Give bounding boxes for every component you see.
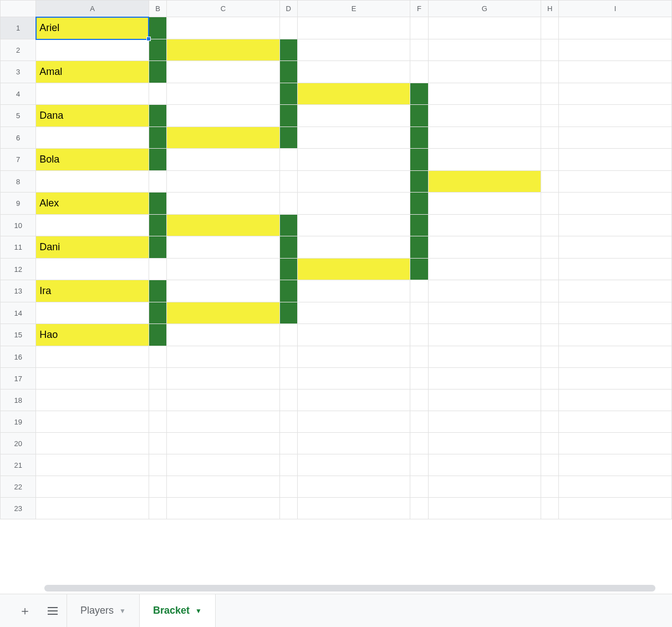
cell-G8[interactable] xyxy=(428,171,541,193)
column-header-G[interactable]: G xyxy=(428,1,541,17)
cell-G15[interactable] xyxy=(428,324,541,346)
cell-B13[interactable] xyxy=(149,280,166,302)
cell-B7[interactable] xyxy=(149,149,166,171)
cell-I7[interactable] xyxy=(559,149,672,171)
cell-A20[interactable] xyxy=(36,433,149,454)
cell-B19[interactable] xyxy=(149,411,166,433)
cell-I6[interactable] xyxy=(559,127,672,149)
cell-C13[interactable] xyxy=(167,280,280,302)
cell-A2[interactable] xyxy=(36,39,149,61)
cell-H10[interactable] xyxy=(541,215,559,236)
cell-I13[interactable] xyxy=(559,280,672,302)
cell-F17[interactable] xyxy=(410,368,428,390)
cell-G1[interactable] xyxy=(428,17,541,39)
cell-E17[interactable] xyxy=(297,368,410,390)
select-all-corner[interactable] xyxy=(1,1,36,17)
row-header-5[interactable]: 5 xyxy=(1,105,36,127)
row-header-10[interactable]: 10 xyxy=(1,215,36,236)
cell-B6[interactable] xyxy=(149,127,166,149)
cell-D20[interactable] xyxy=(279,433,297,454)
cell-C2[interactable] xyxy=(167,39,280,61)
cell-I19[interactable] xyxy=(559,411,672,433)
cell-I4[interactable] xyxy=(559,83,672,105)
cell-B10[interactable] xyxy=(149,215,166,236)
cell-F7[interactable] xyxy=(410,149,428,171)
cell-F16[interactable] xyxy=(410,346,428,368)
cell-G18[interactable] xyxy=(428,390,541,411)
cell-I1[interactable] xyxy=(559,17,672,39)
cell-A14[interactable] xyxy=(36,302,149,324)
cell-I8[interactable] xyxy=(559,171,672,193)
chevron-down-icon[interactable]: ▼ xyxy=(195,607,202,615)
cell-I9[interactable] xyxy=(559,193,672,215)
cell-C8[interactable] xyxy=(167,171,280,193)
cell-C12[interactable] xyxy=(167,259,280,280)
cell-D21[interactable] xyxy=(279,454,297,476)
cell-F6[interactable] xyxy=(410,127,428,149)
cell-E13[interactable] xyxy=(297,280,410,302)
column-header-H[interactable]: H xyxy=(541,1,559,17)
cell-F19[interactable] xyxy=(410,411,428,433)
cell-G5[interactable] xyxy=(428,105,541,127)
cell-C14[interactable] xyxy=(167,302,280,324)
cell-H14[interactable] xyxy=(541,302,559,324)
cell-A17[interactable] xyxy=(36,368,149,390)
cell-C5[interactable] xyxy=(167,105,280,127)
cell-H5[interactable] xyxy=(541,105,559,127)
cell-E11[interactable] xyxy=(297,236,410,259)
cell-C16[interactable] xyxy=(167,346,280,368)
cell-B1[interactable] xyxy=(149,17,166,39)
row-header-13[interactable]: 13 xyxy=(1,280,36,302)
cell-C20[interactable] xyxy=(167,433,280,454)
cell-E15[interactable] xyxy=(297,324,410,346)
cell-C21[interactable] xyxy=(167,454,280,476)
sheet-tab-bracket[interactable]: Bracket▼ xyxy=(140,594,216,627)
cell-D5[interactable] xyxy=(279,105,297,127)
cell-G21[interactable] xyxy=(428,454,541,476)
cell-H15[interactable] xyxy=(541,324,559,346)
cell-H9[interactable] xyxy=(541,193,559,215)
cell-B18[interactable] xyxy=(149,390,166,411)
cell-H3[interactable] xyxy=(541,61,559,83)
row-header-11[interactable]: 11 xyxy=(1,236,36,259)
row-header-19[interactable]: 19 xyxy=(1,411,36,433)
row-header-6[interactable]: 6 xyxy=(1,127,36,149)
cell-I5[interactable] xyxy=(559,105,672,127)
column-header-C[interactable]: C xyxy=(167,1,280,17)
cell-B8[interactable] xyxy=(149,171,166,193)
cell-E5[interactable] xyxy=(297,105,410,127)
cell-A10[interactable] xyxy=(36,215,149,236)
cell-C6[interactable] xyxy=(167,127,280,149)
cell-E4[interactable] xyxy=(297,83,410,105)
cell-D19[interactable] xyxy=(279,411,297,433)
row-header-1[interactable]: 1 xyxy=(1,17,36,39)
row-header-23[interactable]: 23 xyxy=(1,498,36,519)
cell-F22[interactable] xyxy=(410,476,428,498)
cell-E10[interactable] xyxy=(297,215,410,236)
column-header-I[interactable]: I xyxy=(559,1,672,17)
cell-I18[interactable] xyxy=(559,390,672,411)
cell-D8[interactable] xyxy=(279,171,297,193)
cell-D15[interactable] xyxy=(279,324,297,346)
cell-F18[interactable] xyxy=(410,390,428,411)
cell-H6[interactable] xyxy=(541,127,559,149)
cell-H16[interactable] xyxy=(541,346,559,368)
cell-I20[interactable] xyxy=(559,433,672,454)
cell-H17[interactable] xyxy=(541,368,559,390)
cell-H8[interactable] xyxy=(541,171,559,193)
cell-C23[interactable] xyxy=(167,498,280,519)
cell-D3[interactable] xyxy=(279,61,297,83)
cell-I15[interactable] xyxy=(559,324,672,346)
cell-G23[interactable] xyxy=(428,498,541,519)
cell-F10[interactable] xyxy=(410,215,428,236)
cell-H21[interactable] xyxy=(541,454,559,476)
cell-B12[interactable] xyxy=(149,259,166,280)
cell-E22[interactable] xyxy=(297,476,410,498)
cell-A11[interactable]: Dani xyxy=(36,236,149,259)
cell-B23[interactable] xyxy=(149,498,166,519)
cell-F23[interactable] xyxy=(410,498,428,519)
cell-A5[interactable]: Dana xyxy=(36,105,149,127)
cell-I21[interactable] xyxy=(559,454,672,476)
cell-I12[interactable] xyxy=(559,259,672,280)
cell-A18[interactable] xyxy=(36,390,149,411)
